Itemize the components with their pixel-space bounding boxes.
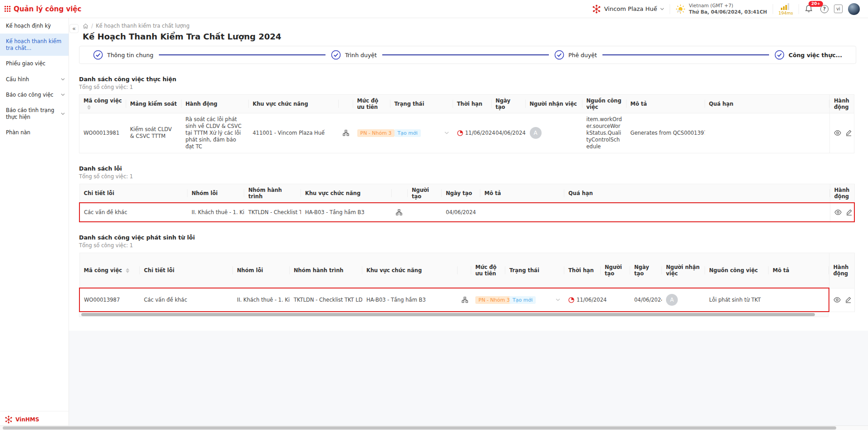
- signal-bars-icon: [781, 3, 791, 10]
- col-description: Mô tả: [626, 95, 705, 113]
- task-assignee-cell: A: [526, 113, 582, 153]
- task-work-source: item.workOrder.sourceWorkStatus.QualityC…: [582, 113, 626, 153]
- top-bar-right: Vincom Plaza Huế Vietnam (GMT +7) Thứ Ba…: [592, 3, 860, 15]
- error-task-journey-group: TKTLDN - Checklist TKT LDN: [290, 288, 362, 312]
- chevron-down-icon: [61, 93, 65, 96]
- error-detail: Các vấn đề khác: [79, 203, 187, 222]
- view-icon[interactable]: [834, 210, 842, 215]
- status-tag: Tạo mới: [509, 296, 536, 304]
- step-phe-duyet[interactable]: Phê duyệt: [554, 50, 597, 60]
- task-status-cell[interactable]: Tạo mới: [390, 113, 453, 153]
- assignee-avatar[interactable]: A: [666, 294, 678, 306]
- scrollbar-thumb[interactable]: [3, 426, 836, 430]
- sidebar-item-cau-hinh[interactable]: Cấu hình: [0, 72, 69, 87]
- col-overdue: Quá hạn: [705, 95, 830, 113]
- sidebar-item-phieu-giao-viec[interactable]: Phiếu giao việc: [0, 56, 69, 71]
- deadline-date: 11/06/2024: [577, 297, 607, 303]
- sidebar-item-bao-cao-tinh-trang[interactable]: Báo cáo tình trạng thực hiện: [0, 103, 69, 125]
- error-created-date: 04/06/2024: [442, 203, 480, 222]
- step-connector: [159, 54, 326, 55]
- error-actions-cell: [830, 203, 854, 222]
- col-description: Mô tả: [480, 184, 564, 203]
- col-code[interactable]: Mã công việc: [79, 95, 126, 113]
- step-thong-tin-chung[interactable]: Thông tin chung: [93, 50, 153, 60]
- error-row-highlighted[interactable]: Các vấn đề khác II. Khách thuê - 1. Kinh…: [79, 203, 854, 222]
- sidebar-item-ke-hoach-dinh-ky[interactable]: Kế hoạch định kỳ: [0, 18, 69, 34]
- section-total-error-tasks: Tổng số công việc: 1: [79, 242, 856, 249]
- user-avatar[interactable]: [848, 3, 860, 15]
- col-error-group: Nhóm lỗi: [187, 184, 244, 203]
- error-task-type-cell: [458, 288, 471, 312]
- col-status: Trạng thái: [390, 95, 453, 113]
- notifications-button[interactable]: 20+: [804, 5, 813, 13]
- task-row[interactable]: WO00013981 Kiểm soát CLDV & CSVC TTTM Rà…: [79, 113, 854, 153]
- step-cong-viec-thuc-hien[interactable]: Công việc thực...: [774, 50, 842, 60]
- col-deadline: Thời hạn: [453, 95, 492, 113]
- sort-icon[interactable]: [126, 268, 129, 273]
- col-created-date: Ngày tạo: [630, 253, 662, 288]
- view-icon[interactable]: [833, 297, 841, 303]
- error-task-row-highlighted[interactable]: WO00013987 Các vấn đề khác II. Khách thu…: [79, 288, 854, 312]
- col-creator: Người tạo: [601, 253, 630, 288]
- step-label: Thông tin chung: [107, 52, 153, 59]
- error-task-error-group: II. Khách thuê - 1. Kinh doanh: [233, 288, 290, 312]
- cluster-icon: [343, 130, 349, 136]
- chevron-down-icon: [660, 8, 664, 10]
- page-horizontal-scrollbar[interactable]: [0, 425, 868, 430]
- chevron-down-icon[interactable]: [556, 298, 560, 301]
- edit-icon[interactable]: [846, 209, 852, 215]
- sidebar-item-label: Kế hoạch định kỳ: [6, 23, 51, 29]
- sidebar-item-phan-nan[interactable]: Phàn nàn: [0, 125, 69, 140]
- errors-header-row: Chi tiết lỗi Nhóm lỗi Nhóm hành trình Kh…: [79, 184, 854, 203]
- sidebar-item-bao-cao-cong-viec[interactable]: Báo cáo công việc: [0, 87, 69, 103]
- step-trinh-duyet[interactable]: Trình duyệt: [331, 50, 377, 60]
- col-created-date: Ngày tạo: [442, 184, 480, 203]
- sidebar-item-ke-hoach-thanh-kiem-tra[interactable]: Kế hoạch thanh kiểm tra chất...: [0, 34, 69, 56]
- sidebar-collapse-button[interactable]: «: [69, 24, 79, 33]
- error-task-status-cell[interactable]: Tạo mới: [505, 288, 564, 312]
- page-title: Kế Hoạch Thanh Kiểm Tra Chất Lượng 2024: [83, 32, 856, 41]
- stepper: Thông tin chung Trình duyệt Phê duyệt: [79, 46, 856, 64]
- col-error-detail: Chi tiết lỗi: [140, 253, 233, 288]
- home-icon[interactable]: [83, 23, 89, 29]
- priority-tag: PN - Nhóm 3: [357, 129, 395, 137]
- section-title-tasks: Danh sách công việc thực hiện: [79, 76, 856, 83]
- task-functional-area: 411001 - Vincom Plaza Huế: [249, 113, 339, 153]
- tasks-table: Mã công việc Mảng kiểm soát Hành động Kh…: [79, 94, 854, 153]
- check-circle-icon: [93, 50, 103, 60]
- task-type-cell: [339, 113, 353, 153]
- col-work-source: Nguồn công việc: [705, 253, 769, 288]
- content-card: / Kế hoạch thanh kiểm tra chất lượng Kế …: [69, 18, 868, 331]
- tasks-header-row: Mã công việc Mảng kiểm soát Hành động Kh…: [79, 95, 854, 113]
- task-deadline-cell: 11/06/2024: [453, 113, 492, 153]
- divider: [670, 4, 670, 14]
- scrollbar-thumb[interactable]: [81, 313, 815, 316]
- sort-icon[interactable]: [87, 105, 91, 110]
- site-selector[interactable]: Vincom Plaza Huế: [592, 5, 665, 14]
- chevron-down-icon[interactable]: [444, 132, 449, 134]
- divider: [799, 4, 799, 14]
- col-assignee: Người nhận việc: [662, 253, 705, 288]
- overdue-clock-icon: [568, 297, 574, 303]
- main-area: « / Kế hoạch thanh kiểm tra chất lượng K…: [69, 18, 868, 430]
- timezone-datetime: Thứ Ba, 04/06/2024, 03:41CH: [689, 9, 767, 15]
- assignee-avatar[interactable]: A: [530, 127, 542, 139]
- col-code[interactable]: Mã công việc: [79, 253, 140, 288]
- col-status: Trạng thái: [505, 253, 564, 288]
- app-title: Quản lý công việc: [14, 5, 81, 13]
- apps-grid-icon[interactable]: [5, 6, 10, 12]
- table-horizontal-scrollbar[interactable]: [79, 312, 829, 317]
- brand-star-icon: [592, 5, 601, 14]
- edit-icon[interactable]: [845, 297, 851, 303]
- section-title-errors: Danh sách lỗi: [79, 165, 856, 172]
- view-icon[interactable]: [834, 130, 841, 136]
- edit-icon[interactable]: [846, 130, 852, 136]
- step-label: Phê duyệt: [568, 52, 597, 59]
- language-toggle[interactable]: vi: [834, 5, 843, 13]
- breadcrumb-current[interactable]: Kế hoạch thanh kiểm tra chất lượng: [96, 23, 190, 29]
- col-priority: Mức độ ưu tiên: [353, 95, 390, 113]
- cluster-icon: [462, 297, 467, 303]
- col-deadline: Thời hạn: [564, 253, 601, 288]
- check-circle-icon: [331, 50, 341, 60]
- step-label: Trình duyệt: [345, 52, 377, 59]
